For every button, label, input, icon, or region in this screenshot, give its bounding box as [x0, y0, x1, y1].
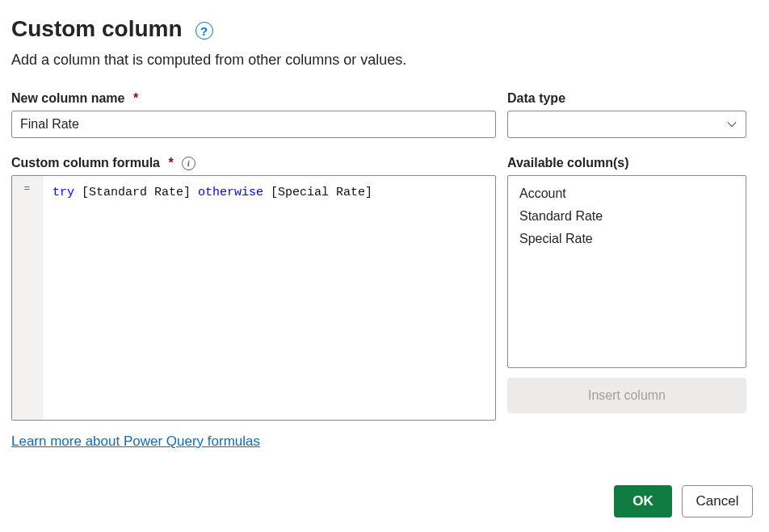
chevron-down-icon: [726, 119, 737, 130]
insert-column-button[interactable]: Insert column: [507, 378, 746, 413]
new-column-name-label: New column name *: [11, 91, 496, 106]
formula-reference: [Standard Rate]: [74, 186, 198, 199]
data-type-label: Data type: [507, 91, 746, 106]
cancel-button[interactable]: Cancel: [682, 485, 753, 517]
ok-button[interactable]: OK: [614, 485, 672, 517]
available-columns-list[interactable]: AccountStandard RateSpecial Rate: [507, 175, 746, 368]
column-item[interactable]: Special Rate: [508, 228, 746, 250]
dialog-title: Custom column: [11, 16, 183, 42]
data-type-select[interactable]: [507, 111, 746, 138]
help-icon[interactable]: ?: [195, 22, 213, 40]
required-marker: *: [129, 91, 138, 106]
formula-code[interactable]: try [Standard Rate] otherwise [Special R…: [43, 176, 495, 420]
formula-label: Custom column formula * i: [11, 156, 496, 170]
new-column-name-input[interactable]: [11, 111, 496, 138]
info-icon[interactable]: i: [182, 157, 195, 170]
learn-more-link[interactable]: Learn more about Power Query formulas: [11, 434, 260, 450]
dialog-subtitle: Add a column that is computed from other…: [11, 52, 758, 69]
required-marker: *: [165, 156, 174, 170]
formula-gutter: =: [12, 176, 43, 420]
formula-keyword: otherwise: [198, 186, 263, 199]
formula-editor[interactable]: = try [Standard Rate] otherwise [Special…: [11, 175, 496, 421]
column-item[interactable]: Standard Rate: [508, 205, 746, 228]
formula-reference: [Special Rate]: [263, 186, 372, 199]
column-item[interactable]: Account: [508, 182, 746, 205]
formula-keyword: try: [53, 186, 74, 199]
available-columns-label: Available column(s): [507, 156, 746, 170]
